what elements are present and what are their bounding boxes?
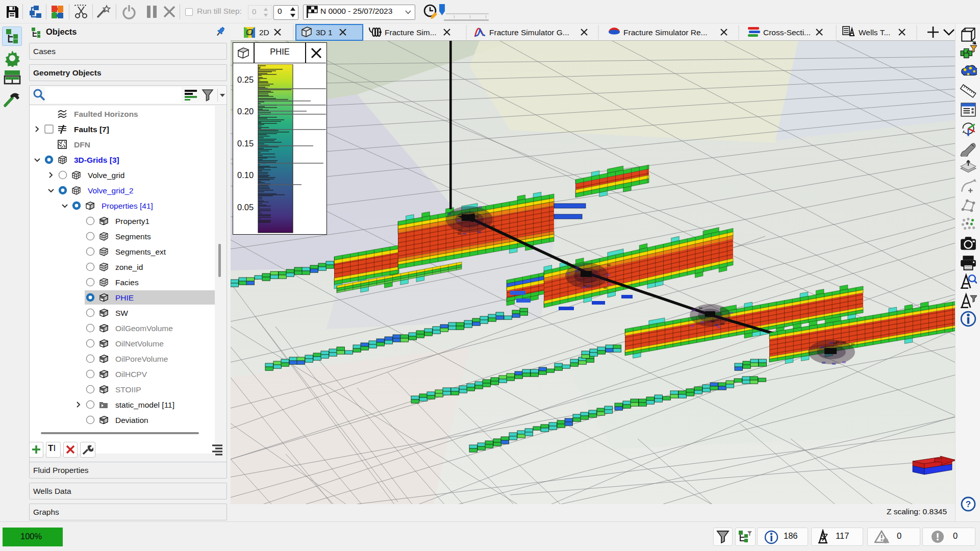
svg-text:0.05: 0.05 [237, 203, 254, 212]
svg-text:3D-Grids [3]: 3D-Grids [3] [74, 156, 119, 164]
svg-text:3D 1: 3D 1 [316, 28, 333, 37]
svg-text:OilPoreVolume: OilPoreVolume [115, 355, 168, 363]
svg-text:Fracture Simulator G...: Fracture Simulator G... [489, 28, 569, 37]
svg-text:Fracture Sim...: Fracture Sim... [385, 28, 437, 37]
svg-text:PHIE: PHIE [115, 293, 134, 302]
svg-text:Segments_ext: Segments_ext [115, 247, 166, 256]
svg-text:static_model [11]: static_model [11] [115, 400, 174, 409]
svg-text:Faulted Horizons: Faulted Horizons [74, 110, 138, 118]
svg-text:Fracture Simulator Re...: Fracture Simulator Re... [623, 28, 708, 37]
svg-text:Cross-Secti...: Cross-Secti... [763, 28, 811, 37]
svg-text:0.20: 0.20 [237, 107, 254, 116]
svg-text:SW: SW [115, 309, 128, 317]
svg-text:Deviation: Deviation [115, 416, 148, 424]
svg-text:DFN: DFN [74, 140, 90, 149]
svg-text:OilNetVolume: OilNetVolume [115, 339, 164, 348]
svg-text:2D: 2D [259, 28, 269, 37]
svg-text:STOIIP: STOIIP [115, 385, 141, 394]
svg-text:Properties [41]: Properties [41] [102, 202, 153, 210]
svg-text:Facies: Facies [115, 278, 139, 287]
svg-text:Faults [7]: Faults [7] [74, 125, 109, 134]
svg-text:OilGeomVolume: OilGeomVolume [115, 324, 173, 333]
svg-text:Volve_grid: Volve_grid [88, 171, 124, 180]
svg-text:?: ? [966, 499, 971, 509]
svg-text:zone_id: zone_id [115, 263, 143, 271]
svg-text:Wells T...: Wells T... [859, 28, 890, 37]
svg-text:0.25: 0.25 [237, 75, 254, 84]
svg-text:Segments: Segments [115, 232, 151, 241]
svg-text:Property1: Property1 [115, 217, 149, 226]
svg-text:Volve_grid_2: Volve_grid_2 [88, 186, 134, 195]
svg-text:0.10: 0.10 [237, 170, 254, 180]
svg-text:0.15: 0.15 [237, 139, 254, 148]
svg-text:OilHCPV: OilHCPV [115, 370, 147, 379]
